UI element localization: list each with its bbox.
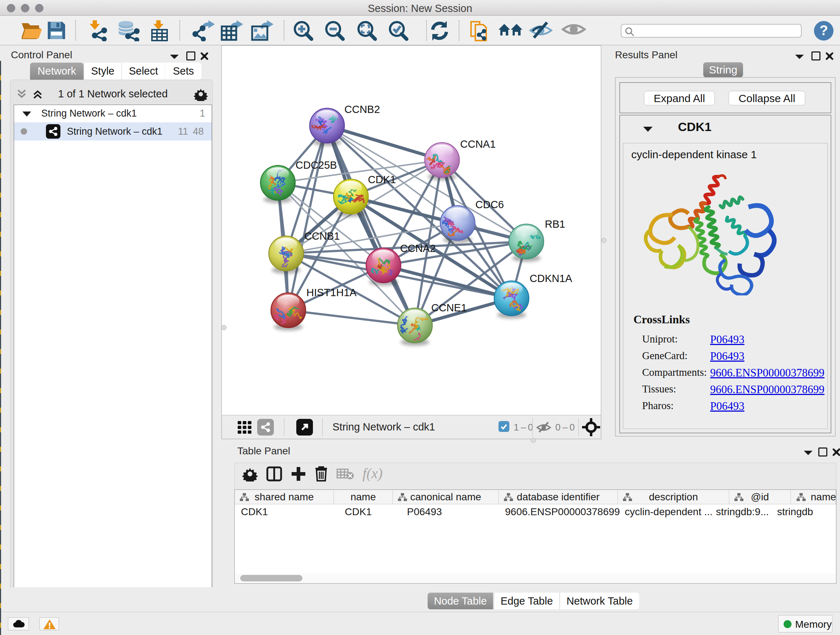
svg-text:?: ? [819,23,828,38]
svg-text:RB1: RB1 [545,218,565,230]
svg-text:CCNB2: CCNB2 [344,103,380,115]
svg-text:CDK1: CDK1 [368,174,396,185]
svg-text:HIST1H1A: HIST1H1A [306,287,357,298]
svg-text:CDC25B: CDC25B [295,159,337,171]
svg-text:CCNB1: CCNB1 [304,230,340,242]
svg-text:CDC6: CDC6 [475,199,504,211]
svg-text:CCNE1: CCNE1 [431,302,467,314]
svg-text:CDKN1A: CDKN1A [530,272,572,284]
svg-text:CCNA2: CCNA2 [400,242,436,254]
svg-text:CCNA1: CCNA1 [460,138,496,150]
